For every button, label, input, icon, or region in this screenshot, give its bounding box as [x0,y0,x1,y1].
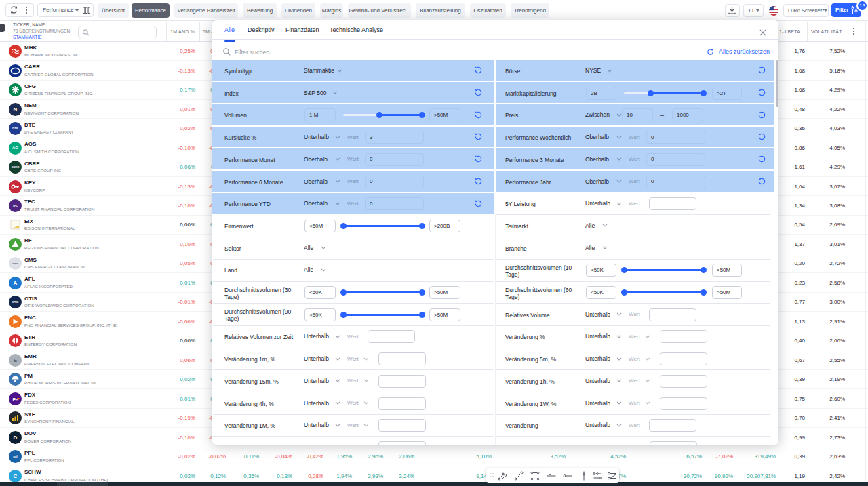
svg-text:Fe: Fe [12,397,18,401]
